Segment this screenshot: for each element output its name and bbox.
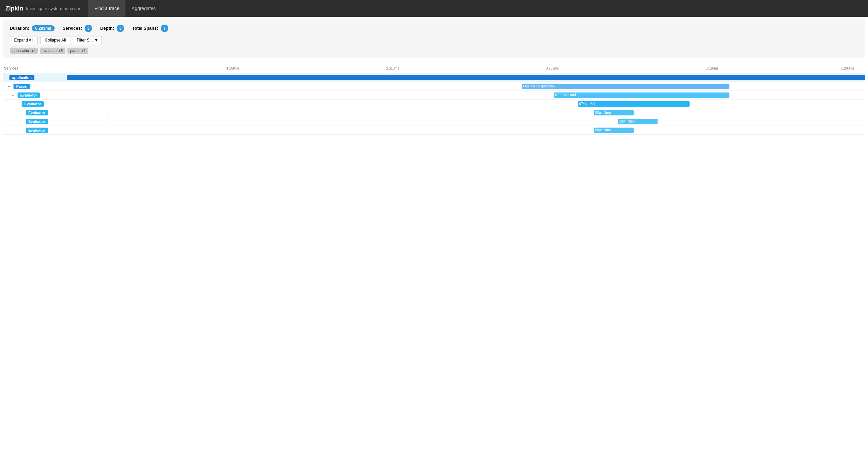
timeline-ticks: 1.256ms 2.513ms 3.769ms 5.026ms 6.283ms [67,65,865,72]
timeline-cell: · · 0687ms : Expression · [67,82,865,90]
filter-services-dropdown[interactable]: Filter S... ▼ [73,36,102,44]
table-row[interactable]: Evaluator · · 00µ : Num · [3,126,865,135]
tick-3: 3.769ms [546,66,559,70]
services-count: 3 [85,25,92,32]
service-chip-parser[interactable]: Parser [13,84,30,89]
timeline-cell: · · 0111ms : Add · [67,91,865,99]
tick-2: 2.513ms [386,66,399,70]
total-spans-count: 7 [161,25,168,32]
dropdown-arrow-icon: ▼ [94,38,98,43]
table-row[interactable]: − application 6.283ms : POST /request · … [3,73,865,82]
trace-section: Services 1.256ms 2.513ms 3.769ms 5.026ms… [0,61,868,137]
brand-tagline: Investigate system behavior [26,6,80,11]
service-chip-evaluator[interactable]: Evaluator [26,119,48,124]
tab-find-trace[interactable]: Find a trace [88,0,125,17]
table-row[interactable]: − Evaluator · · 074µ : Mul · [3,100,865,108]
summary-controls: Expand All Collapse All Filter S... ▼ [10,36,858,44]
timeline-cell: · · 00µ : Num · [67,126,865,134]
service-cell: − Evaluator [3,92,67,98]
span-bar[interactable]: 0687ms : Expression [522,84,730,89]
service-cell: − application [3,75,67,80]
expand-icon[interactable]: − [12,93,16,97]
expand-icon[interactable]: − [4,76,8,80]
table-row[interactable]: Evaluator · · 100 : Num · [3,117,865,126]
expand-all-button[interactable]: Expand All [10,36,38,44]
tick-4: 5.026ms [705,66,718,70]
service-chip-evaluator[interactable]: Evaluator [18,92,40,98]
summary-metrics: Duration: 6.283ms Services: 3 Depth: 5 T… [10,25,858,32]
span-bar[interactable]: 074µ : Mul [578,101,690,107]
summary-bar: Duration: 6.283ms Services: 3 Depth: 5 T… [3,20,865,58]
service-tag-evaluator[interactable]: evaluator x5 [40,48,65,54]
table-row[interactable]: − Parser · · 0687ms : Expression · [3,82,865,91]
span-bar[interactable]: 100 : Num [618,119,658,124]
span-bar[interactable]: 0111ms : Add [554,92,729,98]
timeline-header: Services 1.256ms 2.513ms 3.769ms 5.026ms… [3,63,865,73]
total-spans-label: Total Spans: 7 [132,25,168,32]
timeline-cell: · · 074µ : Mul · [67,100,865,108]
service-cell: Evaluator [3,119,67,124]
timeline-cell: · · 00µ : Num · [67,108,865,117]
services-label: Services: 3 [63,25,92,32]
service-chip-evaluator[interactable]: Evaluator [22,101,44,107]
services-column-header: Services [3,66,67,70]
span-bar[interactable]: 00µ : Num [594,128,634,133]
timeline-cell: · · 100 : Num · [67,117,865,126]
table-row[interactable]: − Evaluator · · 0111ms : Add · [3,91,865,100]
service-tags: application x1 evaluator x5 parser x1 [10,48,858,54]
service-chip-evaluator[interactable]: Evaluator [26,128,48,133]
service-cell: Evaluator [3,110,67,115]
depth-count: 5 [117,25,124,32]
expand-icon[interactable]: − [8,84,12,88]
service-chip-application[interactable]: application [9,75,34,80]
service-cell: Evaluator [3,128,67,133]
span-bar[interactable]: 00µ : Num [594,110,634,115]
table-row[interactable]: Evaluator · · 00µ : Num · [3,108,865,117]
tab-aggregates[interactable]: Aggregates [125,0,162,17]
tick-1: 1.256ms [227,66,239,70]
depth-label: Depth: 5 [100,25,124,32]
tick-5: 6.283ms [841,66,854,70]
span-bar[interactable] [67,75,865,80]
timeline-cell: 6.283ms : POST /request · · · · [67,73,865,82]
service-cell: − Parser [3,84,67,89]
expand-icon[interactable]: − [16,102,20,106]
service-cell: − Evaluator [3,101,67,107]
service-tag-parser[interactable]: parser x1 [67,48,88,54]
service-tag-application[interactable]: application x1 [10,48,38,54]
brand-name: Zipkin [5,5,23,12]
service-chip-evaluator[interactable]: Evaluator [26,110,48,115]
duration-value: 6.283ms [32,25,54,31]
navbar: Zipkin Investigate system behavior Find … [0,0,868,17]
duration-label: Duration: 6.283ms [10,25,55,31]
collapse-all-button[interactable]: Collapse All [40,36,70,44]
